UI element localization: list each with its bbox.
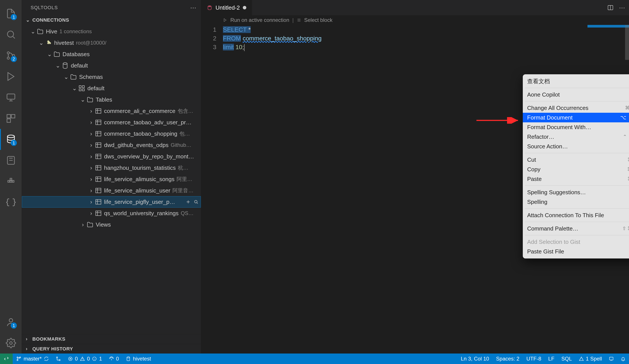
cm-format-document[interactable]: Format Document⌥ ⇧ F	[523, 113, 629, 122]
language-mode[interactable]: SQL	[558, 354, 575, 364]
run-activity[interactable]	[0, 66, 22, 87]
tree-default-db[interactable]: ⌄ default	[22, 60, 201, 71]
cm-paste[interactable]: Paste⌘ V	[523, 174, 629, 184]
table-icon	[95, 187, 102, 194]
tree-views[interactable]: › Views	[22, 219, 201, 230]
remote-explorer-activity[interactable]	[0, 87, 22, 108]
sqltools-badge: 1	[11, 140, 17, 146]
brackets-activity[interactable]	[0, 192, 22, 213]
active-connection[interactable]: hivetest	[122, 354, 155, 364]
encoding[interactable]: UTF-8	[523, 354, 545, 364]
tree-hivetest[interactable]: ⌄ hivetest root@10000/	[22, 37, 201, 48]
table-row[interactable]: ›dwd_github_events_odpsGithub…	[22, 139, 201, 151]
code-kw: limit	[223, 44, 234, 50]
tree-tables[interactable]: ⌄ Tables	[22, 94, 201, 105]
section-query-history[interactable]: › QUERY HISTORY	[22, 344, 201, 354]
cursor-position[interactable]: Ln 3, Col 10	[457, 354, 492, 364]
docker-activity[interactable]	[0, 171, 22, 192]
editor-tab-label: Untitled-2	[215, 4, 240, 11]
svg-rect-27	[96, 177, 101, 181]
tree-default-schema[interactable]: ⌄ default	[22, 83, 201, 94]
code-lens-select[interactable]: Select block	[304, 17, 332, 23]
connections-tree: ⌄ Hive 1 connections ⌄ hivetest root@100…	[22, 25, 201, 334]
cm-label: Spelling Suggestions…	[527, 189, 586, 196]
table-row[interactable]: ›life_service_alimusic_songs阿里…	[22, 173, 201, 185]
play-icon[interactable]	[223, 18, 227, 22]
table-row[interactable]: ›life_service_alimusic_user阿里音…	[22, 185, 201, 196]
remote-indicator[interactable]	[0, 354, 13, 364]
notebook-activity[interactable]	[0, 150, 22, 171]
editor-tab-untitled[interactable]: Untitled-2	[201, 0, 252, 15]
table-row[interactable]: ›life_service_pigfly_user_p…	[22, 196, 201, 208]
section-bookmarks[interactable]: › BOOKMARKS	[22, 334, 201, 344]
table-row[interactable]: ›qs_world_university_rankingsQS…	[22, 208, 201, 219]
eol[interactable]: LF	[545, 354, 558, 364]
tree-databases[interactable]: ⌄ Databases	[22, 48, 201, 60]
merge-icon[interactable]	[52, 354, 64, 364]
svg-rect-28	[96, 188, 101, 193]
scroll-thumb[interactable]	[625, 25, 629, 60]
svg-point-39	[59, 360, 60, 361]
cm-command-palette[interactable]: Command Palette…⇧ ⌘ P	[523, 224, 629, 233]
table-row[interactable]: ›commerce_taobao_adv_user_pr…	[22, 117, 201, 128]
chevron-right-icon: ›	[89, 200, 94, 204]
svg-rect-7	[7, 119, 10, 122]
code-star: *	[247, 26, 251, 33]
notifications-icon[interactable]	[617, 354, 629, 364]
folder-icon	[37, 28, 44, 35]
cm-shortcut: ⌘ V	[628, 176, 629, 182]
table-row[interactable]: ›commerce_taobao_shopping包…	[22, 128, 201, 139]
settings-activity[interactable]	[0, 333, 22, 354]
tree-databases-label: Databases	[62, 51, 90, 58]
code-lens-run[interactable]: Run on active connection	[230, 17, 289, 23]
cm-spelling[interactable]: Spelling›	[523, 197, 629, 207]
git-branch[interactable]: master*	[13, 354, 52, 364]
sqltools-activity[interactable]: 1	[0, 129, 22, 150]
table-name: life_service_alimusic_songs	[104, 176, 174, 183]
cm-spelling-suggestions[interactable]: Spelling Suggestions…	[523, 187, 629, 197]
chevron-right-icon: ›	[89, 109, 94, 114]
cm-change-all[interactable]: Change All Occurrences⌘ F2	[523, 103, 629, 113]
tree-hive[interactable]: ⌄ Hive 1 connections	[22, 26, 201, 37]
code-kw: SELECT	[223, 26, 247, 33]
cm-format-document-with[interactable]: Format Document With…	[523, 122, 629, 132]
plus-icon[interactable]	[185, 199, 191, 205]
table-row[interactable]: ›commerce_ali_e_commerce包含…	[22, 105, 201, 117]
list-icon[interactable]	[297, 18, 301, 22]
chevron-down-icon: ⌄	[72, 86, 77, 91]
extensions-activity[interactable]	[0, 108, 22, 129]
feedback-icon[interactable]	[605, 354, 617, 364]
svg-point-1	[7, 52, 9, 54]
problems[interactable]: 0 0 1	[64, 354, 106, 364]
accounts-activity[interactable]: 1	[0, 312, 22, 333]
sync-icon[interactable]	[44, 356, 49, 361]
cm-separator	[525, 153, 629, 153]
scm-activity[interactable]: 2	[0, 45, 22, 66]
code-content[interactable]: SELECT * FROM commerce_taobao_shopping l…	[223, 25, 321, 354]
cm-view-doc[interactable]: 查看文档	[523, 77, 629, 86]
cm-refactor[interactable]: Refactor…⌃ ⇧ R	[523, 132, 629, 141]
indentation[interactable]: Spaces: 2	[493, 354, 523, 364]
cm-copy[interactable]: Copy⌘ C	[523, 164, 629, 174]
more-actions-icon[interactable]: ⋯	[619, 4, 625, 11]
table-row[interactable]: ›hangzhou_tourism_statistics杭…	[22, 162, 201, 173]
cm-source-action[interactable]: Source Action…	[523, 141, 629, 151]
warnings-count: 0	[87, 356, 90, 362]
split-editor-icon[interactable]	[607, 4, 614, 11]
chevron-down-icon: ⌄	[39, 40, 44, 45]
tree-schemas[interactable]: ⌄ Schemas	[22, 71, 201, 83]
cm-paste-gist-file[interactable]: Paste Gist File	[523, 247, 629, 256]
table-row[interactable]: ›dws_overview_by_repo_by_mont…	[22, 151, 201, 162]
section-connections[interactable]: ⌄ CONNECTIONS	[22, 15, 201, 25]
magnify-icon[interactable]	[193, 199, 199, 205]
svg-point-32	[208, 5, 211, 7]
cm-aone-copilot[interactable]: Aone Copilot›	[523, 90, 629, 99]
section-query-history-label: QUERY HISTORY	[32, 346, 73, 352]
cm-attach-connection[interactable]: Attach Connection To This File	[523, 210, 629, 220]
explorer-activity[interactable]: 1	[0, 3, 22, 24]
sidebar-more-icon[interactable]: ⋯	[190, 4, 196, 11]
cm-cut[interactable]: Cut⌘ X	[523, 155, 629, 164]
ports[interactable]: 0	[106, 354, 122, 364]
spell-check[interactable]: 1 Spell	[575, 354, 605, 364]
search-activity[interactable]	[0, 24, 22, 45]
